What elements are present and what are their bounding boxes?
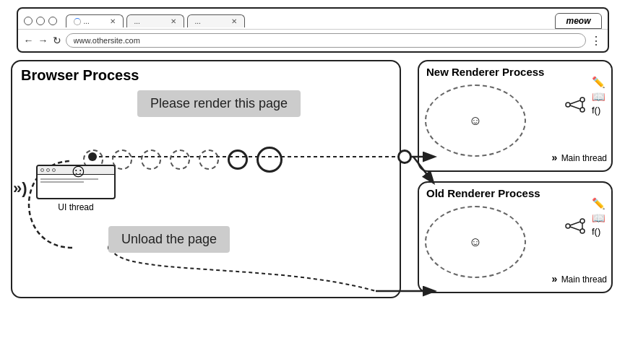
new-renderer-icons: ✏️ 📖 f() bbox=[592, 76, 605, 116]
tab-3-close[interactable]: ✕ bbox=[231, 17, 237, 25]
tab-3[interactable]: ... ✕ bbox=[187, 14, 245, 27]
old-renderer-icons: ✏️ 📖 f() bbox=[592, 197, 605, 237]
graph-icon bbox=[564, 94, 586, 118]
please-render-text: Please render this page bbox=[150, 96, 288, 110]
old-renderer-title: Old Renderer Process bbox=[419, 183, 611, 204]
old-renderer-box: Old Renderer Process ☺ ✏️ 📖 f() » Main t bbox=[418, 181, 613, 293]
code-icon: f() bbox=[592, 105, 605, 116]
unload-page-message: Unload the page bbox=[108, 226, 230, 253]
old-renderer-bubble: ☺ bbox=[425, 206, 526, 278]
tab-2-close[interactable]: ✕ bbox=[171, 17, 176, 25]
special-tab-label: meow bbox=[566, 16, 590, 26]
bw-dot-3 bbox=[52, 168, 56, 172]
new-renderer-title: New Renderer Process bbox=[419, 61, 611, 82]
address-bar: ← → ↻ ⋮ bbox=[18, 29, 608, 51]
svg-point-4 bbox=[580, 98, 585, 102]
old-book-icon: 📖 bbox=[592, 212, 605, 225]
pencil-icon: ✏️ bbox=[592, 76, 605, 89]
ui-thread-label: UI thread bbox=[36, 202, 116, 212]
left-chevrons: ») bbox=[13, 179, 27, 198]
svg-line-6 bbox=[570, 100, 580, 104]
circle-4 bbox=[170, 150, 190, 170]
svg-line-13 bbox=[570, 227, 580, 230]
old-pencil-icon: ✏️ bbox=[592, 197, 605, 210]
forward-button[interactable]: → bbox=[38, 35, 48, 46]
circle-7 bbox=[257, 147, 283, 173]
new-main-thread-text: Main thread bbox=[561, 153, 607, 163]
old-chevrons: » bbox=[551, 273, 557, 285]
menu-button[interactable]: ⋮ bbox=[590, 34, 602, 48]
tabs-bar: ... ✕ ... ✕ ... ✕ meow bbox=[18, 9, 608, 29]
tab-3-label: ... bbox=[195, 17, 201, 25]
svg-point-11 bbox=[580, 229, 585, 233]
new-main-thread-label: » Main thread bbox=[551, 152, 607, 163]
svg-line-12 bbox=[570, 222, 580, 225]
tab-spinner bbox=[74, 18, 81, 25]
book-icon: 📖 bbox=[592, 90, 605, 103]
old-code-icon: f() bbox=[592, 226, 605, 237]
tab-1-close[interactable]: ✕ bbox=[110, 17, 116, 25]
new-renderer-bubble: ☺ bbox=[425, 84, 526, 157]
circle-6 bbox=[228, 150, 248, 170]
diagram-area: Browser Process Please render this page … bbox=[0, 53, 625, 313]
old-main-thread-label: » Main thread bbox=[551, 273, 607, 285]
minimize-light[interactable] bbox=[36, 17, 45, 25]
browser-smiley: ☺ bbox=[69, 160, 88, 182]
old-main-thread-text: Main thread bbox=[561, 274, 607, 285]
new-chevrons: » bbox=[551, 152, 557, 163]
svg-point-3 bbox=[566, 103, 570, 107]
circle-5 bbox=[199, 150, 219, 170]
boundary-circle bbox=[397, 150, 412, 164]
tab-2-label: ... bbox=[134, 17, 140, 25]
bw-dot-2 bbox=[46, 168, 50, 172]
svg-line-7 bbox=[570, 105, 580, 109]
unload-page-text: Unload the page bbox=[121, 232, 217, 246]
new-renderer-smiley: ☺ bbox=[469, 113, 482, 129]
browser-chrome: ... ✕ ... ✕ ... ✕ meow ← → ↻ ⋮ bbox=[17, 7, 609, 53]
maximize-light[interactable] bbox=[48, 17, 57, 25]
bw-dot-1 bbox=[40, 168, 44, 172]
tab-2[interactable]: ... ✕ bbox=[126, 14, 184, 27]
tab-1[interactable]: ... ✕ bbox=[66, 14, 124, 27]
svg-point-5 bbox=[580, 108, 585, 112]
please-render-message: Please render this page bbox=[137, 90, 301, 117]
special-tab[interactable]: meow bbox=[555, 13, 601, 29]
svg-point-10 bbox=[580, 219, 585, 223]
circle-3 bbox=[141, 150, 161, 170]
refresh-button[interactable]: ↻ bbox=[53, 35, 61, 46]
new-renderer-box: New Renderer Process ☺ ✏️ 📖 f() » bbox=[418, 60, 613, 172]
address-input[interactable] bbox=[66, 33, 586, 48]
tab-1-label: ... bbox=[84, 17, 90, 25]
traffic-lights bbox=[24, 17, 57, 25]
svg-point-9 bbox=[566, 224, 570, 228]
old-graph-icon bbox=[564, 215, 586, 239]
close-light[interactable] bbox=[24, 17, 33, 25]
back-button[interactable]: ← bbox=[24, 35, 34, 46]
old-renderer-smiley: ☺ bbox=[469, 235, 482, 250]
browser-process-title: Browser Process bbox=[12, 61, 400, 90]
